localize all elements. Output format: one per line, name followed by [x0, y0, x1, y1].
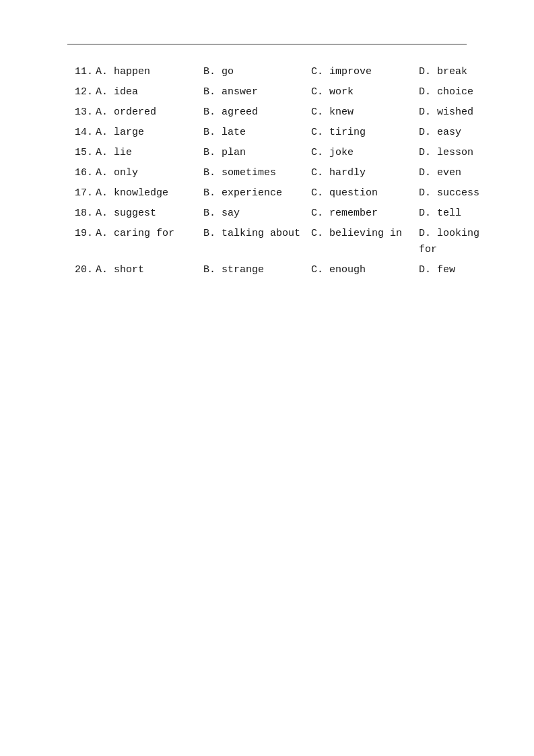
table-row: 17.A. knowledgeB. experienceC. questionD…: [67, 185, 480, 201]
table-row: 14.A. largeB. lateC. tiringD. easy: [67, 125, 480, 141]
question-number: 11.: [67, 64, 93, 80]
option-a: A. caring for: [96, 226, 203, 242]
table-row: 12.A. ideaB. answerC. workD. choice: [67, 84, 480, 100]
question-number: 16.: [67, 165, 93, 181]
question-number: 14.: [67, 125, 93, 141]
option-d: D. wished: [419, 104, 480, 121]
option-c: C. tiring: [311, 125, 419, 141]
option-a: A. happen: [96, 64, 203, 80]
option-b: B. sometimes: [203, 165, 311, 181]
question-number: 19.: [67, 226, 93, 242]
option-c: C. improve: [311, 64, 419, 80]
table-row: 13.A. orderedB. agreedC. knewD. wished: [67, 104, 480, 121]
option-b: B. go: [203, 64, 311, 80]
option-d: D. choice: [419, 84, 480, 100]
option-b: B. strange: [203, 262, 311, 278]
option-c: C. hardly: [311, 165, 419, 181]
option-a: A. short: [96, 262, 203, 278]
table-row: 15.A. lieB. planC. jokeD. lesson: [67, 145, 480, 161]
table-row: 16.A. onlyB. sometimesC. hardlyD. even: [67, 165, 480, 181]
option-b: B. agreed: [203, 104, 311, 121]
option-d: D. even: [419, 165, 480, 181]
option-d: D. few: [419, 262, 480, 278]
option-c: C. question: [311, 185, 419, 201]
question-number: 18.: [67, 206, 93, 222]
option-a: A. large: [96, 125, 203, 141]
option-b: B. late: [203, 125, 311, 141]
table-row: 20.A. shortB. strangeC. enoughD. few: [67, 262, 480, 278]
option-a: A. lie: [96, 145, 203, 161]
option-c: C. joke: [311, 145, 419, 161]
table-row: 11.A. happenB. goC. improveD. break: [67, 64, 480, 80]
option-d: D. looking for: [419, 226, 480, 258]
option-c: C. remember: [311, 206, 419, 222]
question-number: 13.: [67, 104, 93, 121]
option-a: A. ordered: [96, 104, 203, 121]
table-row: 18.A. suggestB. sayC. rememberD. tell: [67, 206, 480, 222]
option-d: D. break: [419, 64, 480, 80]
option-c: C. believing in: [311, 226, 419, 242]
option-b: B. experience: [203, 185, 311, 201]
questions-container: 11.A. happenB. goC. improveD. break12.A.…: [67, 64, 480, 282]
question-number: 20.: [67, 262, 93, 278]
option-c: C. knew: [311, 104, 419, 121]
option-c: C. work: [311, 84, 419, 100]
table-row: 19.A. caring forB. talking aboutC. belie…: [67, 226, 480, 258]
question-number: 17.: [67, 185, 93, 201]
option-d: D. success: [419, 185, 480, 201]
option-b: B. plan: [203, 145, 311, 161]
option-b: B. say: [203, 206, 311, 222]
option-a: A. only: [96, 165, 203, 181]
option-b: B. talking about: [203, 226, 311, 242]
option-a: A. idea: [96, 84, 203, 100]
option-d: D. lesson: [419, 145, 480, 161]
option-a: A. knowledge: [96, 185, 203, 201]
question-number: 15.: [67, 145, 93, 161]
question-number: 12.: [67, 84, 93, 100]
option-d: D. easy: [419, 125, 480, 141]
option-b: B. answer: [203, 84, 311, 100]
option-a: A. suggest: [96, 206, 203, 222]
option-d: D. tell: [419, 206, 480, 222]
option-c: C. enough: [311, 262, 419, 278]
top-divider: [67, 44, 467, 44]
